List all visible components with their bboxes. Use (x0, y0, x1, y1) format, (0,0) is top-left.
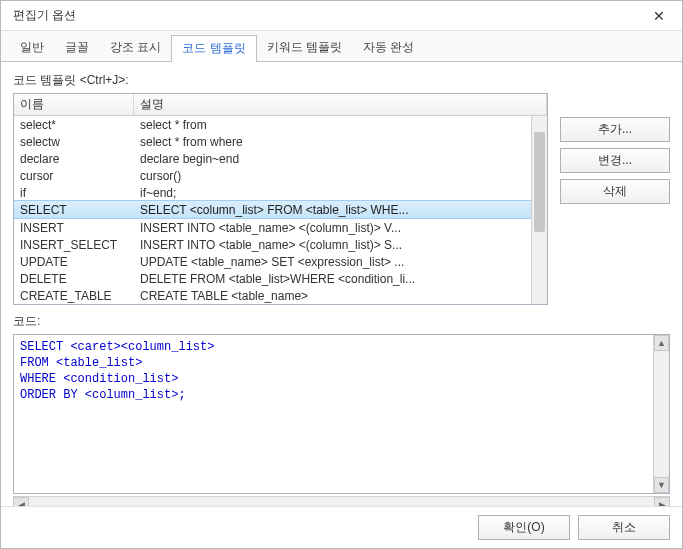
content: 코드 템플릿 <Ctrl+J>: 이름 설명 select*select * f… (1, 62, 682, 506)
cell-name: cursor (14, 168, 134, 184)
cell-desc: UPDATE <table_name> SET <expression_list… (134, 254, 547, 270)
cell-desc: INSERT INTO <table_name> <(column_list)>… (134, 237, 547, 253)
tab-0[interactable]: 일반 (9, 34, 55, 61)
table-row[interactable]: select*select * from (14, 116, 547, 133)
table-header: 이름 설명 (14, 94, 547, 116)
table-body: select*select * fromselectwselect * from… (14, 116, 547, 304)
side-buttons: 추가... 변경... 삭제 (560, 93, 670, 305)
cell-desc: declare begin~end (134, 151, 547, 167)
scroll-right-icon[interactable]: ▶ (654, 497, 670, 507)
tab-4[interactable]: 키워드 템플릿 (256, 34, 353, 61)
tab-1[interactable]: 글꼴 (54, 34, 100, 61)
table-row[interactable]: selectwselect * from where (14, 133, 547, 150)
scroll-up-icon[interactable]: ▲ (654, 335, 669, 351)
code-area-wrap: SELECT <caret><column_list> FROM <table_… (13, 334, 670, 494)
table-row[interactable]: cursorcursor() (14, 167, 547, 184)
cell-desc: cursor() (134, 168, 547, 184)
cancel-button[interactable]: 취소 (578, 515, 670, 540)
cell-name: INSERT_SELECT (14, 237, 134, 253)
table-row[interactable]: SELECTSELECT <column_list> FROM <table_l… (14, 200, 547, 219)
cell-desc: if~end; (134, 185, 547, 201)
col-desc[interactable]: 설명 (134, 93, 547, 116)
code-label: 코드: (13, 313, 670, 330)
dialog-title: 편집기 옵션 (13, 7, 644, 24)
tab-5[interactable]: 자동 완성 (352, 34, 425, 61)
templates-table: 이름 설명 select*select * fromselectwselect … (13, 93, 548, 305)
edit-button[interactable]: 변경... (560, 148, 670, 173)
cell-name: INSERT (14, 220, 134, 236)
scroll-down-icon[interactable]: ▼ (654, 477, 669, 493)
table-row[interactable]: INSERTINSERT INTO <table_name> <(column_… (14, 219, 547, 236)
titlebar: 편집기 옵션 ✕ (1, 1, 682, 31)
cell-desc: CREATE TABLE <table_name> (134, 288, 547, 304)
cell-name: selectw (14, 134, 134, 150)
table-row[interactable]: INSERT_SELECTINSERT INTO <table_name> <(… (14, 236, 547, 253)
cell-desc: select * from (134, 117, 547, 133)
tab-2[interactable]: 강조 표시 (99, 34, 172, 61)
scroll-left-icon[interactable]: ◀ (13, 497, 29, 507)
cell-desc: select * from where (134, 134, 547, 150)
code-textarea[interactable]: SELECT <caret><column_list> FROM <table_… (14, 335, 653, 493)
vertical-scrollbar[interactable] (531, 116, 547, 304)
close-icon[interactable]: ✕ (644, 4, 674, 28)
cell-desc: INSERT INTO <table_name> <(column_list)>… (134, 220, 547, 236)
table-row[interactable]: CREATE_TABLECREATE TABLE <table_name> (14, 287, 547, 304)
delete-button[interactable]: 삭제 (560, 179, 670, 204)
cell-name: select* (14, 117, 134, 133)
table-row[interactable]: UPDATEUPDATE <table_name> SET <expressio… (14, 253, 547, 270)
cell-name: DELETE (14, 271, 134, 287)
cell-desc: SELECT <column_list> FROM <table_list> W… (134, 202, 547, 218)
templates-label: 코드 템플릿 <Ctrl+J>: (13, 72, 670, 89)
tab-3[interactable]: 코드 템플릿 (171, 35, 256, 62)
scrollbar-thumb[interactable] (534, 132, 545, 232)
col-name[interactable]: 이름 (14, 93, 134, 116)
cell-name: UPDATE (14, 254, 134, 270)
horizontal-scrollbar[interactable]: ◀ ▶ (13, 496, 670, 506)
editor-options-dialog: 편집기 옵션 ✕ 일반글꼴강조 표시코드 템플릿키워드 템플릿자동 완성 코드 … (0, 0, 683, 549)
cell-desc: DELETE FROM <table_list>WHERE <condition… (134, 271, 547, 287)
ok-button[interactable]: 확인(O) (478, 515, 570, 540)
cell-name: SELECT (14, 202, 134, 218)
tabstrip: 일반글꼴강조 표시코드 템플릿키워드 템플릿자동 완성 (1, 31, 682, 62)
cell-name: declare (14, 151, 134, 167)
cell-name: if (14, 185, 134, 201)
add-button[interactable]: 추가... (560, 117, 670, 142)
table-row[interactable]: declaredeclare begin~end (14, 150, 547, 167)
footer: 확인(O) 취소 (1, 506, 682, 548)
table-row[interactable]: ifif~end; (14, 184, 547, 201)
code-vertical-scrollbar[interactable]: ▲ ▼ (653, 335, 669, 493)
table-row[interactable]: DELETEDELETE FROM <table_list>WHERE <con… (14, 270, 547, 287)
cell-name: CREATE_TABLE (14, 288, 134, 304)
